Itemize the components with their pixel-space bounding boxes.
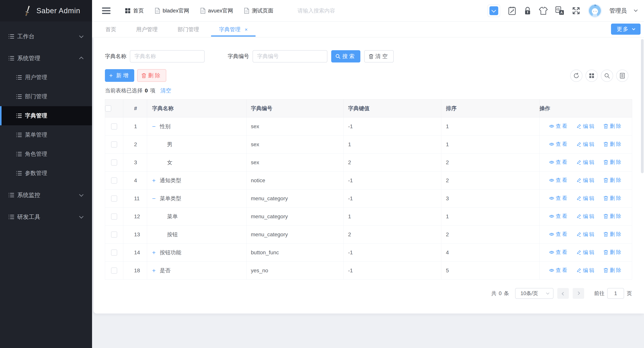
debug-icon[interactable] xyxy=(508,6,516,15)
tree-toggle-icon[interactable]: − xyxy=(152,123,160,130)
svg-text:A: A xyxy=(560,11,563,14)
edit-link[interactable]: 编辑 xyxy=(576,177,596,184)
dict-code-input[interactable] xyxy=(252,50,327,62)
scrollbar-thumb[interactable] xyxy=(641,39,644,173)
translate-icon[interactable]: 中 A xyxy=(556,6,564,15)
sidebar-item[interactable]: 部门管理 xyxy=(0,87,92,106)
sidebar-item[interactable]: 字典管理 xyxy=(0,106,92,125)
sidebar-item[interactable]: 工作台 xyxy=(0,27,92,46)
tree-toggle-icon[interactable]: − xyxy=(152,195,160,202)
edit-link[interactable]: 编辑 xyxy=(576,195,596,202)
view-link[interactable]: 查看 xyxy=(549,195,568,202)
view-link[interactable]: 查看 xyxy=(549,123,568,130)
delete-link[interactable]: 删除 xyxy=(604,123,622,130)
delete-link[interactable]: 删除 xyxy=(604,177,622,184)
sidebar-item[interactable]: 角色管理 xyxy=(0,144,92,164)
edit-link[interactable]: 编辑 xyxy=(576,249,596,256)
delete-link[interactable]: 删除 xyxy=(604,249,622,256)
sidebar-item[interactable]: 用户管理 xyxy=(0,68,92,87)
avatar[interactable] xyxy=(588,4,602,18)
view-link[interactable]: 查看 xyxy=(549,231,568,238)
sidebar-item[interactable]: 系统监控 xyxy=(0,186,92,205)
selection-count: 0 xyxy=(145,88,148,94)
delete-link[interactable]: 删除 xyxy=(604,195,622,202)
row-checkbox[interactable] xyxy=(111,232,117,238)
row-checkbox[interactable] xyxy=(111,268,117,274)
delete-button[interactable]: 删除 xyxy=(137,69,166,82)
tab-dept-mgmt[interactable]: 部门管理 xyxy=(168,22,209,37)
tab-user-mgmt[interactable]: 用户管理 xyxy=(126,22,168,37)
select-all-checkbox[interactable] xyxy=(105,105,111,111)
topnav-item-bladex[interactable]: bladex官网 xyxy=(155,7,189,14)
view-link[interactable]: 查看 xyxy=(549,213,568,220)
view-link[interactable]: 查看 xyxy=(549,177,568,184)
tab-close-icon[interactable]: × xyxy=(245,27,248,32)
list-icon xyxy=(16,152,22,157)
delete-link[interactable]: 删除 xyxy=(604,213,622,220)
row-checkbox[interactable] xyxy=(111,159,117,166)
goto-page-input[interactable] xyxy=(607,288,624,299)
row-checkbox[interactable] xyxy=(111,195,117,202)
view-link[interactable]: 查看 xyxy=(549,267,568,274)
sidebar-item[interactable]: 菜单管理 xyxy=(0,125,92,144)
row-index: 1 xyxy=(123,117,147,135)
edit-link[interactable]: 编辑 xyxy=(576,231,596,238)
row-checkbox[interactable] xyxy=(111,123,117,130)
topnav-item-avuex[interactable]: avuex官网 xyxy=(200,7,233,14)
sidebar-item[interactable]: 系统管理 xyxy=(0,49,92,68)
prev-page-button[interactable] xyxy=(557,288,569,299)
collapse-menu-icon[interactable] xyxy=(102,7,110,14)
row-checkbox[interactable] xyxy=(111,177,117,184)
edit-link[interactable]: 编辑 xyxy=(576,141,596,148)
sidebar-item-label: 部门管理 xyxy=(25,93,47,100)
row-checkbox[interactable] xyxy=(111,250,117,256)
fullscreen-icon[interactable] xyxy=(572,6,580,15)
edit-link[interactable]: 编辑 xyxy=(576,213,596,220)
tree-toggle-icon[interactable]: + xyxy=(152,268,160,274)
dict-name-input[interactable] xyxy=(130,50,205,62)
edit-link[interactable]: 编辑 xyxy=(576,267,596,274)
grid-icon xyxy=(125,8,130,13)
table-row: 12 菜单 menu_category 1 1 查看 xyxy=(105,208,632,226)
edit-link[interactable]: 编辑 xyxy=(576,123,596,130)
topnav-item-home[interactable]: 首页 xyxy=(125,7,144,14)
refresh-button[interactable] xyxy=(570,69,582,82)
tab-dict-mgmt[interactable]: 字典管理 × xyxy=(209,22,258,37)
delete-link[interactable]: 删除 xyxy=(604,141,622,148)
view-link[interactable]: 查看 xyxy=(549,141,568,148)
next-page-button[interactable] xyxy=(573,288,584,299)
theme-tshirt-icon[interactable] xyxy=(539,7,548,15)
dict-name: 男 xyxy=(167,141,172,148)
tree-toggle-icon[interactable]: + xyxy=(152,250,160,256)
lock-icon[interactable] xyxy=(524,6,531,15)
delete-link[interactable]: 删除 xyxy=(604,159,622,166)
delete-link[interactable]: 删除 xyxy=(604,267,622,274)
search-button[interactable]: 搜索 xyxy=(331,50,360,62)
row-checkbox[interactable] xyxy=(111,214,117,220)
top-menu-toggle-button[interactable] xyxy=(488,4,500,17)
tab-home[interactable]: 首页 xyxy=(96,22,126,37)
selection-clear-link[interactable]: 清空 xyxy=(160,87,171,94)
clear-filter-button[interactable]: 清空 xyxy=(364,50,394,62)
topnav-item-test[interactable]: 测试页面 xyxy=(244,7,273,14)
sidebar-item[interactable]: 研发工具 xyxy=(0,207,92,227)
document-icon xyxy=(155,8,160,14)
chevron-icon xyxy=(79,34,84,38)
grid-view-button[interactable] xyxy=(586,69,598,82)
view-link[interactable]: 查看 xyxy=(549,159,568,166)
tree-toggle-icon[interactable]: + xyxy=(152,177,160,184)
global-search-input[interactable] xyxy=(298,8,378,14)
edit-link[interactable]: 编辑 xyxy=(576,159,596,166)
user-dropdown-chevron-icon[interactable] xyxy=(634,8,638,12)
search-toggle-button[interactable] xyxy=(601,69,613,82)
delete-link[interactable]: 删除 xyxy=(604,231,622,238)
more-tabs-button[interactable]: 更多 xyxy=(611,23,640,35)
row-checkbox[interactable] xyxy=(111,141,117,148)
column-settings-button[interactable] xyxy=(616,69,628,82)
table-header: # 字典名称 字典编号 字典键值 排序 操作 xyxy=(105,99,632,117)
page-size-select[interactable]: 10条/页 xyxy=(515,288,554,299)
view-link[interactable]: 查看 xyxy=(549,249,568,256)
sidebar-item[interactable]: 参数管理 xyxy=(0,164,92,183)
add-button[interactable]: + 新增 xyxy=(105,69,134,82)
user-name[interactable]: 管理员 xyxy=(610,7,627,15)
